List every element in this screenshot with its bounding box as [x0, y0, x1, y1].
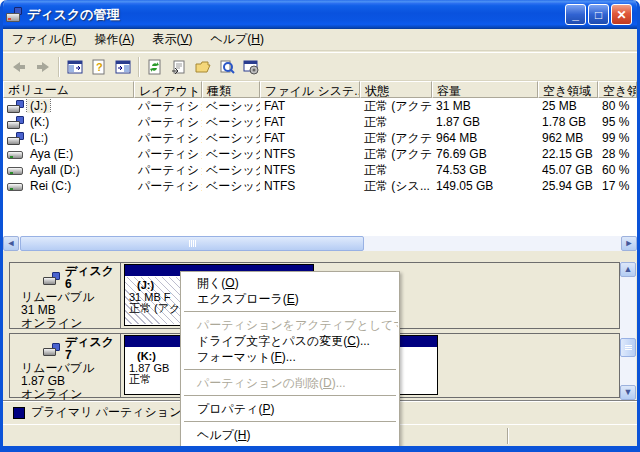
hard-drive-icon: [7, 164, 24, 177]
toolbar-separator: [58, 57, 60, 77]
column-header-status[interactable]: 状態: [360, 81, 432, 98]
scroll-left-icon[interactable]: ◄: [3, 236, 19, 251]
scrollbar-thumb[interactable]: [620, 338, 636, 357]
disk-status: オンライン: [21, 317, 120, 330]
column-header-free-space[interactable]: 空き領域: [538, 81, 598, 98]
disk-7-info[interactable]: ディスク 7 リムーバブル 1.87 GB オンライン: [10, 334, 121, 397]
primary-partition-color-swatch: [13, 407, 25, 419]
cell-status: 正常 (シス...: [360, 178, 432, 195]
settings-icon[interactable]: [239, 56, 263, 78]
disk-name: ディスク 6: [65, 265, 120, 291]
volume-name[interactable]: AyaⅡ (D:): [27, 163, 83, 177]
menu-separator: [182, 417, 398, 427]
column-header-free-pct[interactable]: 空き領: [598, 81, 637, 98]
cell-type: ベーシック: [202, 146, 260, 163]
volume-name[interactable]: (L:): [27, 131, 51, 145]
menu-item-properties[interactable]: プロパティ(P): [182, 401, 398, 417]
table-row[interactable]: Aya (E:) パーティション ベーシック NTFS 正常 (アクテ... 7…: [3, 146, 637, 162]
removable-drive-icon: [7, 116, 24, 129]
horizontal-scrollbar[interactable]: ◄ ►: [3, 236, 637, 251]
volume-name[interactable]: (J:): [27, 99, 50, 113]
cell-type: ベーシック: [202, 162, 260, 179]
menu-item-change-drive-letter[interactable]: ドライブ文字とパスの変更(C)...: [182, 333, 398, 349]
cell-layout: パーティション: [134, 178, 202, 195]
cell-capacity: 76.69 GB: [432, 147, 538, 161]
column-header-volume[interactable]: ボリューム: [3, 81, 134, 98]
cell-layout: パーティション: [134, 162, 202, 179]
action-pane-icon[interactable]: [111, 56, 135, 78]
cell-fs: FAT: [260, 131, 360, 145]
search-icon[interactable]: [215, 56, 239, 78]
scroll-right-icon[interactable]: ►: [621, 236, 637, 251]
cell-pct: 28 %: [598, 147, 637, 161]
volume-list-header: ボリューム レイアウト 種類 ファイル システ... 状態 容量 空き領域 空き…: [3, 81, 637, 98]
hard-drive-icon: [7, 148, 24, 161]
cell-fs: NTFS: [260, 179, 360, 193]
back-icon[interactable]: [7, 56, 31, 78]
removable-drive-icon: [43, 343, 60, 356]
scroll-down-icon[interactable]: ▼: [620, 385, 636, 400]
disk-6-info[interactable]: ディスク 6 リムーバブル 31 MB オンライン: [10, 263, 121, 328]
title-bar[interactable]: ディスクの管理 _ □ ✕: [0, 0, 640, 29]
cell-capacity: 31 MB: [432, 99, 538, 113]
table-row[interactable]: (L:) パーティション ベーシック FAT 正常 (アクテ... 964 MB…: [3, 130, 637, 146]
cell-pct: 95 %: [598, 115, 637, 129]
refresh-icon[interactable]: [143, 56, 167, 78]
menu-view[interactable]: 表示(V): [143, 29, 201, 50]
vertical-scrollbar[interactable]: ▲ ▼: [620, 262, 636, 400]
cell-pct: 80 %: [598, 99, 637, 113]
cell-free: 25 MB: [538, 99, 598, 113]
cell-free: 45.07 GB: [538, 163, 598, 177]
disk-name: ディスク 7: [65, 336, 120, 362]
cell-fs: FAT: [260, 115, 360, 129]
menu-item-delete-partition: パーティションの削除(D)...: [182, 375, 398, 391]
cell-type: ベーシック: [202, 178, 260, 195]
menu-item-explorer[interactable]: エクスプローラ(E): [182, 291, 398, 307]
maximize-icon[interactable]: □: [588, 4, 609, 25]
column-header-layout[interactable]: レイアウト: [134, 81, 202, 98]
cell-type: ベーシック: [202, 130, 260, 147]
scroll-up-icon[interactable]: ▲: [620, 262, 636, 277]
volume-name[interactable]: (K:): [27, 115, 52, 129]
menu-help[interactable]: ヘルプ(H): [202, 29, 274, 50]
table-row[interactable]: Rei (C:) パーティション ベーシック NTFS 正常 (シス... 14…: [3, 178, 637, 194]
scrollbar-thumb[interactable]: [20, 236, 364, 251]
volume-name[interactable]: Rei (C:): [27, 179, 74, 193]
table-row[interactable]: (J:) パーティション ベーシック FAT 正常 (アクテ... 31 MB …: [3, 98, 637, 114]
menu-bar: ファイル(F) 操作(A) 表示(V) ヘルプ(H): [3, 29, 637, 51]
help-window-icon[interactable]: ?: [87, 56, 111, 78]
removable-drive-icon: [7, 100, 24, 113]
forward-icon[interactable]: [31, 56, 55, 78]
cell-free: 22.15 GB: [538, 147, 598, 161]
menu-action[interactable]: 操作(A): [85, 29, 143, 50]
partition-context-menu: 開く(O) エクスプローラ(E) パーティションをアクティブとしてマーク(M) …: [180, 271, 400, 447]
menu-item-open[interactable]: 開く(O): [182, 275, 398, 291]
table-row[interactable]: (K:) パーティション ベーシック FAT 正常 1.87 GB 1.78 G…: [3, 114, 637, 130]
close-icon[interactable]: ✕: [611, 4, 632, 25]
removable-drive-icon: [7, 132, 24, 145]
cell-fs: NTFS: [260, 147, 360, 161]
menu-item-format[interactable]: フォーマット(F)...: [182, 349, 398, 365]
minimize-icon[interactable]: _: [565, 4, 586, 25]
cell-capacity: 149.05 GB: [432, 179, 538, 193]
column-header-filesystem[interactable]: ファイル システ...: [260, 81, 360, 98]
column-header-type[interactable]: 種類: [202, 81, 260, 98]
hard-drive-icon: [7, 180, 24, 193]
cell-layout: パーティション: [134, 146, 202, 163]
open-folder-icon[interactable]: [191, 56, 215, 78]
cell-layout: パーティション: [134, 130, 202, 147]
menu-separator: [182, 391, 398, 401]
menu-item-help[interactable]: ヘルプ(H): [182, 427, 398, 443]
table-row[interactable]: AyaⅡ (D:) パーティション ベーシック NTFS 正常 74.53 GB…: [3, 162, 637, 178]
cell-pct: 99 %: [598, 131, 637, 145]
column-header-capacity[interactable]: 容量: [432, 81, 538, 98]
cell-status: 正常: [360, 114, 432, 131]
cell-free: 1.78 GB: [538, 115, 598, 129]
toolbar: ?: [3, 52, 637, 81]
console-tree-icon[interactable]: [63, 56, 87, 78]
export-list-icon[interactable]: [167, 56, 191, 78]
volume-name[interactable]: Aya (E:): [27, 147, 76, 161]
menu-item-mark-active: パーティションをアクティブとしてマーク(M): [182, 317, 398, 333]
cell-status: 正常 (アクテ...: [360, 98, 432, 115]
menu-file[interactable]: ファイル(F): [3, 29, 85, 50]
